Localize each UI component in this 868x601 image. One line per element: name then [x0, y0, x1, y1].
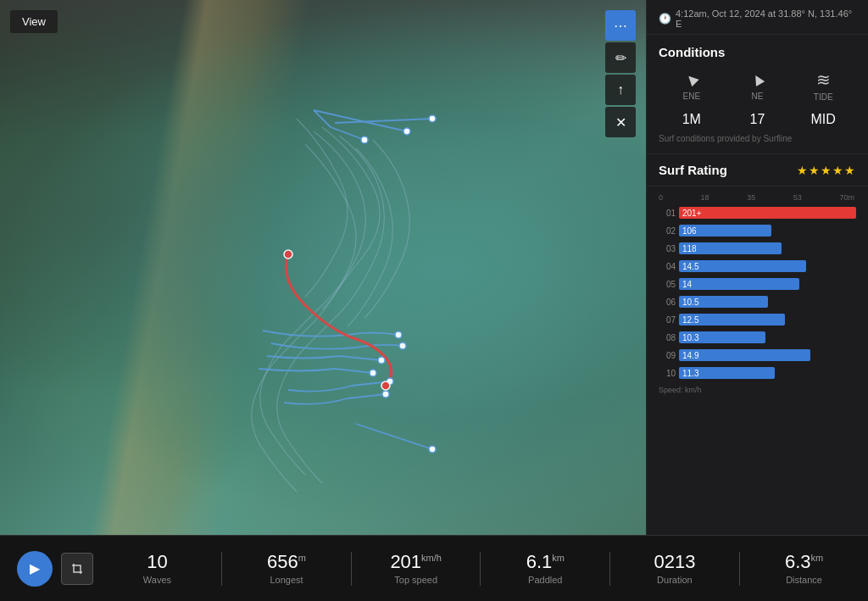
- tide-icon: ≋: [816, 70, 831, 90]
- wave-number: 09: [659, 351, 676, 360]
- wave-bar-row[interactable]: 0712.5: [659, 312, 856, 327]
- svg-point-11: [381, 381, 390, 390]
- stat-divider-1: [221, 552, 222, 586]
- longest-value: 656m: [267, 552, 306, 572]
- wave-bar-wrap: 10.3: [679, 331, 856, 343]
- more-options-button[interactable]: ⋯: [605, 10, 636, 41]
- swell-condition: ▲ NE: [725, 70, 791, 105]
- right-panel: 🕐 4:12am, Oct 12, 2024 at 31.88° N, 131.…: [646, 0, 868, 535]
- top-speed-stat: 201km/h Top speed: [387, 552, 446, 584]
- chart-scale: 0 18 35 53 70m: [659, 193, 856, 202]
- close-button[interactable]: ✕: [605, 107, 636, 137]
- map-background: View ⋯ ✏ ↑ ✕: [0, 0, 646, 535]
- wave-bar: 10.5: [679, 296, 768, 308]
- duration-stat: 0213 Duration: [645, 552, 704, 584]
- view-button[interactable]: View: [10, 10, 58, 33]
- wave-bar-wrap: 14.5: [679, 260, 856, 272]
- panel-header: 🕐 4:12am, Oct 12, 2024 at 31.88° N, 131.…: [647, 0, 868, 35]
- svg-point-10: [284, 250, 292, 259]
- timestamp: 🕐 4:12am, Oct 12, 2024 at 31.88° N, 131.…: [659, 8, 856, 29]
- wave-bar-value: 118: [682, 244, 697, 253]
- speed-unit-label: Speed: km/h: [659, 386, 856, 394]
- wave-bar-row[interactable]: 02106: [659, 223, 856, 238]
- stat-divider-5: [739, 552, 740, 586]
- wave-bar-row[interactable]: 0914.9: [659, 348, 856, 363]
- wave-bar-value: 10.5: [682, 298, 698, 307]
- wave-bar-value: 10.3: [682, 333, 698, 342]
- wave-number: 07: [659, 315, 676, 325]
- surf-rating-section: Surf Rating ★★★★★: [647, 154, 868, 186]
- surf-rating-title: Surf Rating: [659, 163, 727, 177]
- wave-bar: 14: [679, 278, 799, 290]
- svg-point-9: [429, 446, 436, 453]
- wind-label: ENE: [683, 92, 701, 101]
- play-button[interactable]: ▶: [17, 551, 53, 587]
- svg-point-2: [361, 136, 368, 143]
- wave-bar-value: 14.5: [682, 262, 698, 271]
- swell-label: NE: [752, 92, 764, 101]
- tide-label: TIDE: [814, 92, 833, 102]
- wave-number: 08: [659, 333, 676, 342]
- paddled-label: Paddled: [528, 575, 562, 585]
- wave-bar-value: 201+: [682, 209, 702, 218]
- surfline-note: Surf conditions provided by Surfline: [659, 134, 856, 143]
- wave-bar: 14.5: [679, 260, 806, 272]
- wave-bar-value: 106: [682, 226, 697, 236]
- waves-stat: 10 Waves: [127, 552, 186, 584]
- wave-bar: 12.5: [679, 314, 785, 326]
- crop-button[interactable]: [61, 553, 93, 585]
- wave-number: 03: [659, 244, 676, 253]
- wave-bar-row[interactable]: 01201+: [659, 205, 856, 220]
- main-container: View ⋯ ✏ ↑ ✕ 🕐 4:12am, Oct 12, 2024 at 3…: [0, 0, 868, 535]
- wave-bar-value: 12.5: [682, 315, 698, 325]
- svg-point-4: [399, 342, 406, 349]
- wave-bars-container: 01201+02106031180414.505140610.50712.508…: [659, 205, 856, 381]
- tide-state-value: MID: [811, 112, 836, 127]
- tide-state-item: MID: [790, 112, 856, 127]
- bottom-bar: ▶ 10 Waves 656m Longest 201km/h Top spee…: [0, 535, 868, 601]
- wave-bar-value: 11.3: [682, 369, 698, 378]
- wave-bar-wrap: 118: [679, 242, 856, 254]
- distance-label: Distance: [786, 575, 822, 585]
- duration-value: 0213: [654, 552, 695, 572]
- wave-height-item: 1M: [659, 112, 725, 127]
- wave-bar: 106: [679, 225, 771, 237]
- wave-bar: 14.9: [679, 349, 810, 361]
- wave-bar-row[interactable]: 0414.5: [659, 259, 856, 274]
- wind-direction-icon: ▲: [679, 66, 704, 92]
- stats-grid: 10 Waves 656m Longest 201km/h Top speed …: [110, 552, 851, 586]
- wave-bar: 10.3: [679, 331, 765, 343]
- wave-bar-row[interactable]: 0810.3: [659, 330, 856, 345]
- wave-bar-value: 14.9: [682, 351, 698, 360]
- distance-value: 6.3km: [785, 552, 823, 572]
- conditions-section: Conditions ▲ ENE ▲ NE ≋ TIDE 1M: [647, 35, 868, 154]
- share-button[interactable]: ↑: [605, 75, 636, 105]
- conditions-icons-row: ▲ ENE ▲ NE ≋ TIDE: [659, 70, 856, 105]
- edit-button[interactable]: ✏: [605, 42, 636, 73]
- swell-direction-icon: ▲: [745, 67, 770, 92]
- wave-bar: 118: [679, 242, 782, 254]
- wave-bar-row[interactable]: 0610.5: [659, 294, 856, 309]
- wave-bar-wrap: 14: [679, 278, 856, 290]
- wave-bar-wrap: 10.5: [679, 296, 856, 308]
- track-overlay: [0, 0, 646, 535]
- wave-number: 04: [659, 262, 676, 271]
- wave-bar: 11.3: [679, 367, 775, 379]
- svg-point-0: [403, 128, 410, 135]
- svg-point-1: [429, 115, 436, 122]
- wave-number: 01: [659, 209, 676, 218]
- waves-label: Waves: [143, 575, 171, 585]
- top-speed-value: 201km/h: [390, 552, 442, 572]
- clock-icon: 🕐: [659, 13, 671, 25]
- wind-condition: ▲ ENE: [659, 70, 725, 105]
- wave-bar-wrap: 11.3: [679, 367, 856, 379]
- wave-bar-row[interactable]: 1011.3: [659, 365, 856, 381]
- wave-bar-wrap: 106: [679, 225, 856, 237]
- distance-stat: 6.3km Distance: [775, 552, 834, 584]
- map-toolbar: ⋯ ✏ ↑ ✕: [605, 10, 636, 137]
- wave-bar-row[interactable]: 03118: [659, 241, 856, 256]
- wave-bar-row[interactable]: 0514: [659, 276, 856, 292]
- conditions-title: Conditions: [659, 45, 856, 59]
- conditions-values-row: 1M 17 MID: [659, 112, 856, 127]
- wave-number: 06: [659, 298, 676, 307]
